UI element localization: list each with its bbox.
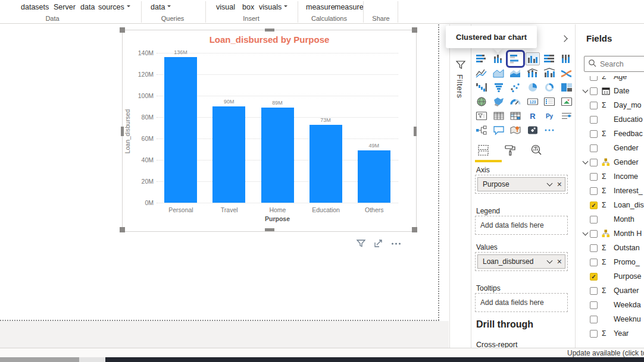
bar-others[interactable] [358, 150, 390, 203]
format-tab[interactable] [504, 144, 517, 159]
bar-personal[interactable] [164, 57, 197, 203]
chevron-down-icon[interactable] [546, 181, 552, 187]
selection-handle[interactable] [412, 227, 417, 232]
expand-chevron-icon[interactable] [580, 232, 590, 235]
viz-icon-gauge[interactable] [508, 95, 523, 108]
selection-handle[interactable] [265, 228, 274, 231]
field-checkbox[interactable] [590, 330, 598, 338]
selection-handle[interactable] [121, 127, 124, 136]
filters-pane-collapsed[interactable]: Filters [449, 24, 471, 348]
field-item-month h[interactable]: Month H [580, 226, 644, 241]
ribbon-item-box[interactable]: box [242, 3, 254, 11]
chevron-right-icon[interactable] [561, 35, 567, 42]
search-input[interactable] [600, 60, 642, 68]
viz-icon-filled-map[interactable] [492, 95, 506, 108]
field-item-promo_[interactable]: ΣPromo_ [580, 255, 644, 269]
field-checkbox[interactable] [590, 173, 598, 181]
viz-icon-arcgis-map[interactable] [508, 124, 523, 137]
bar-home[interactable] [261, 108, 294, 203]
ribbon-item-measure[interactable]: measure [334, 3, 364, 11]
viz-icon-slicer[interactable] [474, 109, 489, 122]
ribbon-item-measure[interactable]: measure [306, 3, 335, 11]
field-item-feedbac[interactable]: ΣFeedbac [580, 127, 644, 141]
field-checkbox[interactable]: ✓ [590, 202, 598, 209]
field-item-quarter[interactable]: ΣQuarter [580, 284, 644, 298]
viz-icon-card[interactable]: 123 [526, 95, 540, 108]
viz-icon-stacked-column-chart[interactable] [492, 52, 506, 65]
viz-icon-pie-chart[interactable] [526, 81, 540, 94]
ribbon-item-visuals[interactable]: visuals [259, 3, 287, 11]
ribbon-item-datasets[interactable]: datasets [21, 3, 49, 11]
viz-icon-ribbon-chart[interactable] [559, 67, 574, 80]
viz-icon-100-stacked-column-chart[interactable] [559, 52, 574, 65]
tooltips-field-well[interactable]: Add data fields here [475, 293, 568, 312]
viz-icon-area-chart[interactable] [492, 67, 506, 80]
ribbon-item-data[interactable]: data [151, 3, 171, 11]
field-item-income[interactable]: ΣIncome [580, 169, 644, 184]
field-checkbox[interactable] [590, 301, 598, 309]
selection-handle[interactable] [265, 29, 274, 32]
field-item-month[interactable]: Month [580, 212, 644, 226]
viz-icon-clustered-bar-chart[interactable] [508, 52, 523, 65]
viz-icon-qa-visual[interactable] [492, 124, 506, 137]
viz-icon-waterfall-chart[interactable] [474, 81, 489, 94]
field-item-purpose[interactable]: ✓Purpose [580, 269, 644, 284]
viz-icon-funnel-chart[interactable] [492, 81, 506, 94]
field-item-educatio[interactable]: Educatio [580, 112, 644, 127]
ribbon-item-data[interactable]: data [80, 3, 95, 11]
viz-icon-donut-chart[interactable] [542, 81, 557, 94]
viz-icon-clustered-column-chart[interactable] [526, 52, 540, 65]
field-item-date[interactable]: Date [580, 84, 644, 98]
field-checkbox[interactable] [590, 116, 598, 124]
report-canvas[interactable]: Loan_disbursed by Purpose Loan_disbursed… [0, 24, 449, 348]
viz-icon-get-more-visuals[interactable] [542, 124, 557, 137]
expand-chevron-icon[interactable] [580, 90, 590, 92]
bar-education[interactable] [310, 125, 342, 203]
field-item-interest_[interactable]: ΣInterest_ [580, 184, 644, 198]
analytics-tab[interactable] [530, 144, 543, 159]
field-checkbox[interactable] [590, 87, 598, 95]
filter-icon[interactable] [356, 238, 366, 248]
viz-icon-r-script-visual[interactable]: R [526, 109, 540, 122]
ribbon-item-sources[interactable]: sources [98, 3, 130, 11]
remove-field-icon[interactable]: × [557, 257, 562, 266]
legend-field-well[interactable]: Add data fields here [475, 216, 568, 235]
chevron-down-icon[interactable] [546, 258, 552, 264]
field-checkbox[interactable] [590, 76, 598, 81]
field-checkbox[interactable] [590, 216, 598, 224]
search-box[interactable] [584, 56, 644, 72]
viz-icon-python-visual[interactable]: Py [542, 109, 557, 122]
viz-icon-scatter-chart[interactable] [508, 81, 523, 94]
field-item-age[interactable]: ΣAge [580, 76, 644, 84]
selection-handle[interactable] [120, 27, 125, 33]
field-checkbox[interactable] [590, 187, 598, 195]
bar-travel[interactable] [212, 106, 245, 203]
field-checkbox[interactable] [590, 287, 598, 295]
viz-icon-kpi[interactable] [559, 95, 574, 108]
ribbon-item-Server[interactable]: Server [54, 3, 76, 11]
viz-icon-100-stacked-bar-chart[interactable] [542, 52, 557, 65]
bar-chart-visual[interactable]: Loan_disbursed by Purpose Loan_disbursed… [122, 30, 417, 232]
field-item-outstan[interactable]: ΣOutstan [580, 241, 644, 255]
viz-icon-line-clustered-column-chart[interactable] [542, 67, 557, 80]
axis-field-pill[interactable]: Purpose × [477, 177, 565, 191]
viz-icon-line-chart[interactable] [474, 67, 489, 80]
values-field-pill[interactable]: Loan_disbursed × [477, 254, 565, 269]
field-checkbox[interactable] [590, 102, 598, 109]
field-item-year[interactable]: ΣYear [580, 326, 644, 341]
viz-icon-matrix[interactable] [508, 109, 523, 122]
viz-icon-power-apps-visual[interactable] [526, 124, 540, 137]
viz-icon-treemap[interactable] [559, 81, 574, 94]
viz-icon-multi-row-card[interactable] [542, 95, 557, 108]
viz-icon-line-stacked-column-chart[interactable] [526, 67, 540, 80]
viz-icon-decomposition-tree[interactable] [474, 124, 489, 137]
field-checkbox[interactable] [590, 259, 598, 266]
expand-chevron-icon[interactable] [580, 161, 590, 163]
viz-icon-stacked-area-chart[interactable] [508, 67, 523, 80]
field-checkbox[interactable] [590, 144, 598, 152]
update-notification[interactable]: Update available (click to [567, 349, 644, 357]
field-checkbox[interactable] [590, 130, 598, 138]
field-item-weeknu[interactable]: Weeknu [580, 312, 644, 326]
field-checkbox[interactable] [590, 230, 598, 238]
field-checkbox[interactable] [590, 316, 598, 323]
